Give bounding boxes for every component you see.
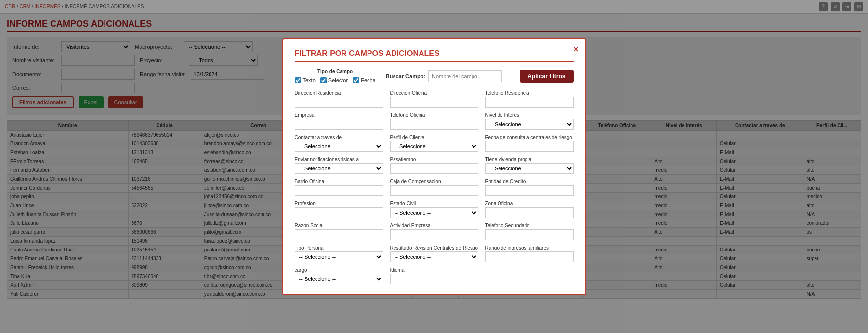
check-texto[interactable]: Texto (295, 77, 316, 83)
field-label-20: Telefono Secundario (485, 223, 574, 228)
check-texto-label: Texto (303, 77, 316, 83)
field-label-17: Zona Oficina (485, 201, 574, 206)
field-input-8[interactable] (485, 141, 574, 152)
modal-filter-top: Tipo de Campo Texto Selector Fecha (295, 69, 574, 83)
field-group-19: Actividad Empresa (390, 223, 478, 240)
modal-title: FILTRAR POR CAMPOS ADICIONALES (295, 49, 574, 62)
field-select-7[interactable]: -- Seleccione -- (390, 141, 478, 152)
field-input-0[interactable] (295, 97, 383, 108)
field-label-14: Entidad de Credito (485, 179, 574, 184)
field-label-11: Tiene vivienda propia (485, 157, 574, 162)
field-label-8: Fecha de consulta a centrales de riesgo (485, 135, 574, 140)
field-select-6[interactable]: -- Seleccione -- (295, 141, 383, 152)
field-group-2: Telefono Residencia (485, 90, 574, 108)
field-group-13: Caja de Compensacion (390, 179, 478, 196)
field-group-4: Telefono Oficina (390, 112, 478, 130)
modal: FILTRAR POR CAMPOS ADICIONALES × Tipo de… (282, 38, 586, 295)
field-group-7: Perfil de Cliente-- Seleccione -- (390, 135, 478, 152)
field-group-22: Resultado Revision Centrales de Riesgo--… (390, 245, 478, 262)
field-label-9: Enviar notificaciones fisicas a (295, 157, 383, 162)
field-label-12: Barrio Oficina (295, 179, 383, 184)
field-group-18: Razon Social (295, 223, 383, 240)
check-selector-input[interactable] (320, 77, 327, 83)
field-input-2[interactable] (485, 97, 574, 108)
field-group-15: Profesion (295, 201, 383, 218)
field-group-16: Estado Civil-- Seleccione -- (390, 201, 478, 218)
tipo-campo-title: Tipo de Campo (295, 69, 376, 74)
field-input-13[interactable] (390, 185, 478, 196)
buscar-input[interactable] (428, 70, 502, 82)
check-texto-input[interactable] (295, 77, 301, 83)
field-group-23: Rango de ingresos familiares (485, 245, 574, 262)
field-group-1: Direccion Oficina (390, 90, 478, 108)
tipo-campo-group: Tipo de Campo Texto Selector Fecha (295, 69, 376, 83)
field-label-18: Razon Social (295, 223, 383, 228)
field-label-5: Nivel de Interes (485, 112, 574, 118)
field-group-17: Zona Oficina (485, 201, 574, 218)
field-select-5[interactable]: -- Seleccione -- (485, 119, 574, 130)
field-label-7: Perfil de Cliente (390, 135, 478, 140)
buscar-label: Buscar Campo: (386, 73, 425, 79)
field-input-18[interactable] (295, 229, 383, 240)
field-label-3: Empresa (295, 112, 383, 118)
field-group-20: Telefono Secundario (485, 223, 574, 240)
field-select-21[interactable]: -- Seleccione -- (295, 251, 383, 262)
check-fecha-label: Fecha (361, 77, 376, 83)
field-group-0: Direccion Residencia (295, 90, 383, 108)
fields-grid: Direccion ResidenciaDireccion OficinaTel… (295, 90, 574, 284)
field-label-0: Direccion Residencia (295, 90, 383, 96)
field-input-17[interactable] (485, 207, 574, 218)
field-group-10: Pasatiempo (390, 157, 478, 174)
field-input-4[interactable] (390, 119, 478, 130)
field-label-16: Estado Civil (390, 201, 478, 206)
modal-overlay: FILTRAR POR CAMPOS ADICIONALES × Tipo de… (0, 0, 868, 304)
field-select-11[interactable]: -- Seleccione -- (485, 163, 574, 174)
field-label-22: Resultado Revision Centrales de Riesgo (390, 245, 478, 250)
modal-close-button[interactable]: × (573, 44, 579, 55)
field-label-19: Actividad Empresa (390, 223, 478, 228)
field-label-24: cargo (295, 267, 383, 273)
field-label-25: Idioma (390, 267, 478, 273)
field-group-25: Idioma (390, 267, 478, 284)
field-label-13: Caja de Compensacion (390, 179, 478, 184)
field-group-24: cargo-- Seleccione -- (295, 267, 383, 284)
field-input-15[interactable] (295, 207, 383, 218)
check-fecha-input[interactable] (353, 77, 359, 83)
field-group-9: Enviar notificaciones fisicas a-- Selecc… (295, 157, 383, 174)
field-select-22[interactable]: -- Seleccione -- (390, 251, 478, 262)
field-group-5: Nivel de Interes-- Seleccione -- (485, 112, 574, 130)
field-input-3[interactable] (295, 119, 383, 130)
field-input-25[interactable] (390, 274, 478, 284)
field-label-6: Contactar a traves de (295, 135, 383, 140)
apply-filters-button[interactable]: Aplicar filtros (520, 70, 573, 83)
field-input-14[interactable] (485, 185, 574, 196)
field-label-23: Rango de ingresos familiares (485, 245, 574, 250)
field-group-11: Tiene vivienda propia-- Seleccione -- (485, 157, 574, 174)
field-label-1: Direccion Oficina (390, 90, 478, 96)
field-input-10[interactable] (390, 163, 478, 174)
check-selector-label: Selector (328, 77, 348, 83)
check-fecha[interactable]: Fecha (353, 77, 376, 83)
field-input-19[interactable] (390, 229, 478, 240)
field-group-21: Tipo Persona-- Seleccione -- (295, 245, 383, 262)
buscar-campo-group: Buscar Campo: (386, 70, 502, 82)
field-group-8: Fecha de consulta a centrales de riesgo (485, 135, 574, 152)
tipo-campo-checks: Texto Selector Fecha (295, 77, 376, 83)
check-selector[interactable]: Selector (320, 77, 348, 83)
field-label-15: Profesion (295, 201, 383, 206)
field-group-14: Entidad de Credito (485, 179, 574, 196)
field-label-4: Telefono Oficina (390, 112, 478, 118)
field-select-9[interactable]: -- Seleccione -- (295, 163, 383, 174)
field-select-24[interactable]: -- Seleccione -- (295, 274, 383, 284)
field-input-1[interactable] (390, 97, 478, 108)
field-label-2: Telefono Residencia (485, 90, 574, 96)
field-input-23[interactable] (485, 251, 574, 262)
field-select-16[interactable]: -- Seleccione -- (390, 207, 478, 218)
field-group-12: Barrio Oficina (295, 179, 383, 196)
field-label-10: Pasatiempo (390, 157, 478, 162)
field-group-6: Contactar a traves de-- Seleccione -- (295, 135, 383, 152)
field-input-20[interactable] (485, 229, 574, 240)
field-input-12[interactable] (295, 185, 383, 196)
field-label-21: Tipo Persona (295, 245, 383, 250)
field-group-3: Empresa (295, 112, 383, 130)
